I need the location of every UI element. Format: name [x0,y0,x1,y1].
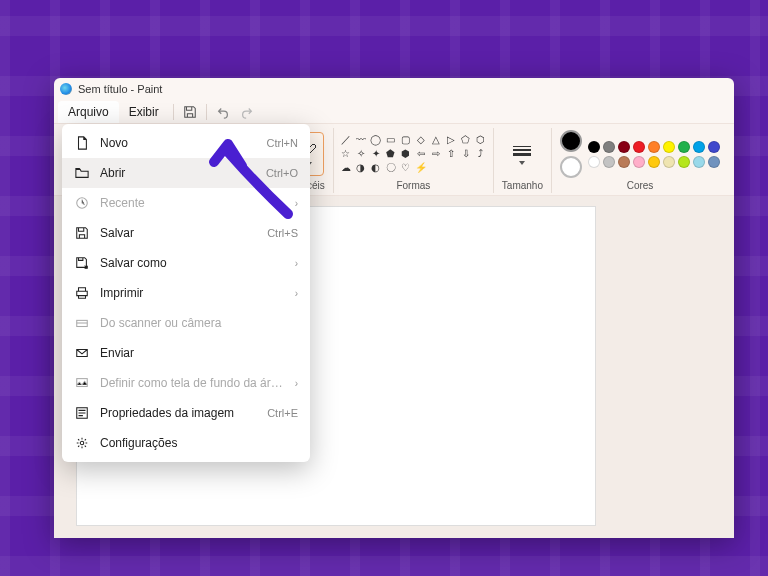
menu-item-label: Definir como tela de fundo da área de tr… [100,376,285,390]
gear-icon [74,435,90,451]
menu-item-configura-es[interactable]: Configurações [62,428,310,458]
menu-item-label: Do scanner ou câmera [100,316,298,330]
save-icon [74,225,90,241]
folder-open-icon [74,165,90,181]
color-swatch[interactable] [708,141,720,153]
menu-separator [206,104,207,120]
menubar: Arquivo Exibir [54,100,734,124]
menu-item-shortcut: Ctrl+S [267,227,298,239]
menu-item-shortcut: Ctrl+O [266,167,298,179]
titlebar: Sem título - Paint [54,78,734,100]
color-swatch[interactable] [618,141,630,153]
color-secondary[interactable] [560,156,582,178]
svg-point-4 [80,441,84,445]
chevron-down-icon [519,161,525,165]
ribbon-label-colors: Cores [627,180,654,193]
chevron-right-icon: › [295,198,298,209]
size-dropdown[interactable] [508,140,536,168]
menu-item-recente: Recente› [62,188,310,218]
menu-item-label: Enviar [100,346,298,360]
menu-item-label: Novo [100,136,257,150]
menu-item-label: Configurações [100,436,298,450]
undo-button[interactable] [211,102,235,122]
chevron-right-icon: › [295,378,298,389]
print-icon [74,285,90,301]
color-primary[interactable] [560,130,582,152]
chevron-right-icon: › [295,288,298,299]
menu-file[interactable]: Arquivo [58,101,119,123]
menu-item-label: Salvar como [100,256,285,270]
ribbon-label-size: Tamanho [502,180,543,193]
menu-item-salvar[interactable]: SalvarCtrl+S [62,218,310,248]
send-icon [74,345,90,361]
chevron-right-icon: › [295,258,298,269]
wallpaper-icon [74,375,90,391]
file-menu-dropdown: NovoCtrl+NAbrirCtrl+ORecente›SalvarCtrl+… [62,124,310,462]
color-swatch[interactable] [693,156,705,168]
color-swatch[interactable] [663,141,675,153]
menu-item-label: Abrir [100,166,256,180]
ribbon-label-shapes: Formas [396,180,430,193]
menu-item-salvar-como[interactable]: Salvar como› [62,248,310,278]
undo-icon [216,105,230,119]
color-swatch[interactable] [708,156,720,168]
color-swatch[interactable] [588,141,600,153]
color-swatch[interactable] [693,141,705,153]
shapes-gallery[interactable]: ／〰◯▭▢◇△▷⬠⬡ ☆✧✦⬟⬢⇦⇨⇧⇩⤴ ☁◑◐〇♡⚡ [340,134,487,174]
menu-item-propriedades-da-imagem[interactable]: Propriedades da imagemCtrl+E [62,398,310,428]
color-swatch[interactable] [648,141,660,153]
app-icon [60,83,72,95]
menu-separator [173,104,174,120]
color-swatch[interactable] [663,156,675,168]
color-swatch[interactable] [618,156,630,168]
menu-item-label: Imprimir [100,286,285,300]
save-as-icon [74,255,90,271]
size-icon [513,144,531,158]
redo-button[interactable] [235,102,259,122]
ribbon-group-colors: Cores [552,128,728,193]
clock-icon [74,195,90,211]
color-swatch[interactable] [603,141,615,153]
menu-item-label: Recente [100,196,285,210]
menu-item-imprimir[interactable]: Imprimir› [62,278,310,308]
menu-item-abrir[interactable]: AbrirCtrl+O [62,158,310,188]
menu-item-novo[interactable]: NovoCtrl+N [62,128,310,158]
color-palette[interactable] [588,141,720,168]
menu-item-enviar[interactable]: Enviar [62,338,310,368]
menu-item-shortcut: Ctrl+E [267,407,298,419]
color-swatch[interactable] [603,156,615,168]
color-swatch[interactable] [678,156,690,168]
menu-item-label: Propriedades da imagem [100,406,257,420]
properties-icon [74,405,90,421]
redo-icon [240,105,254,119]
file-icon [74,135,90,151]
save-button[interactable] [178,102,202,122]
color-swatch[interactable] [678,141,690,153]
scanner-icon [74,315,90,331]
window-title: Sem título - Paint [78,83,162,95]
menu-item-label: Salvar [100,226,257,240]
ribbon-group-size: Tamanho [494,128,552,193]
menu-item-do-scanner-ou-c-mera: Do scanner ou câmera [62,308,310,338]
color-swatch[interactable] [648,156,660,168]
color-swatch[interactable] [588,156,600,168]
menu-item-definir-como-tela-de-fundo-da-rea-de-trabalho: Definir como tela de fundo da área de tr… [62,368,310,398]
ribbon-group-shapes: ／〰◯▭▢◇△▷⬠⬡ ☆✧✦⬟⬢⇦⇨⇧⇩⤴ ☁◑◐〇♡⚡ Formas [334,128,494,193]
color-swatch[interactable] [633,141,645,153]
menu-item-shortcut: Ctrl+N [267,137,298,149]
color-swatch[interactable] [633,156,645,168]
menu-view[interactable]: Exibir [119,101,169,123]
save-icon [183,105,197,119]
